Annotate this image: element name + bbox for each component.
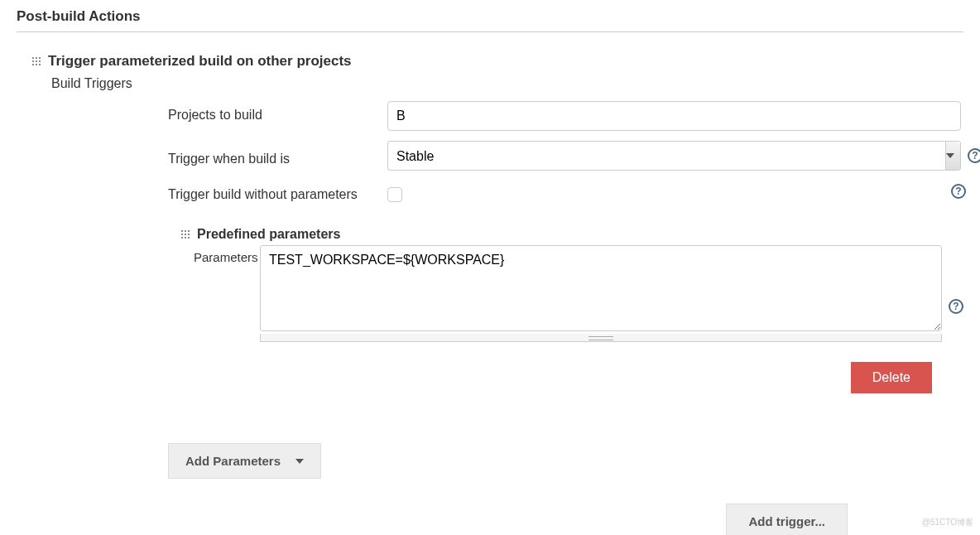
- build-triggers-subtitle: Build Triggers: [31, 76, 963, 91]
- add-parameters-label: Add Parameters: [185, 454, 281, 468]
- trigger-without-params-label: Trigger build without parameters: [168, 181, 387, 202]
- projects-to-build-input[interactable]: [387, 101, 961, 131]
- trigger-when-label: Trigger when build is: [168, 145, 387, 166]
- block-title: Trigger parameterized build on other pro…: [48, 53, 352, 70]
- watermark: @51CTO博客: [922, 517, 973, 528]
- add-parameters-button[interactable]: Add Parameters: [168, 443, 321, 479]
- trigger-when-select[interactable]: Stable: [387, 141, 961, 171]
- section-title: Post-build Actions: [17, 8, 963, 32]
- parameters-textarea[interactable]: TEST_WORKSPACE=${WORKSPACE}: [260, 245, 942, 331]
- drag-handle-icon[interactable]: [180, 229, 190, 239]
- add-trigger-button[interactable]: Add trigger...: [726, 504, 848, 535]
- projects-to-build-label: Projects to build: [168, 101, 387, 123]
- predefined-params-title: Predefined parameters: [197, 227, 340, 242]
- resize-handle[interactable]: [260, 334, 942, 342]
- help-icon[interactable]: ?: [951, 184, 966, 199]
- drag-handle-icon[interactable]: [31, 56, 41, 66]
- parameters-label: Parameters: [194, 245, 260, 264]
- help-icon[interactable]: ?: [968, 148, 980, 163]
- chevron-down-icon: [295, 459, 304, 464]
- delete-button[interactable]: Delete: [851, 362, 932, 393]
- trigger-without-params-checkbox[interactable]: [387, 187, 402, 202]
- help-icon[interactable]: ?: [949, 299, 963, 314]
